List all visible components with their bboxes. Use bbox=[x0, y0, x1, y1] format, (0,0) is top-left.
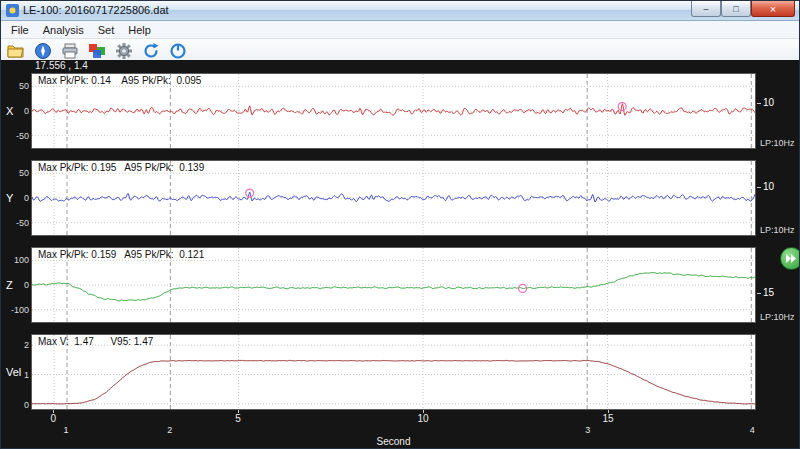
y-tick-label: 0 bbox=[5, 280, 29, 290]
plot-x[interactable]: Max Pk/Pk: 0.14 A95 Pk/Pk: 0.095 bbox=[31, 73, 756, 149]
open-file-icon[interactable] bbox=[6, 41, 26, 61]
right-labels-x: 10LP:10Hz bbox=[756, 73, 799, 149]
x-tick-label: 10 bbox=[418, 413, 429, 424]
app-icon bbox=[6, 4, 19, 17]
y-tick-label: 0 bbox=[5, 400, 29, 410]
chart-area: 17.556 , 1.4 X500-50Max Pk/Pk: 0.14 A95 … bbox=[1, 60, 799, 448]
y-tick-label: 50 bbox=[5, 168, 29, 178]
y-tick-label: -50 bbox=[5, 131, 29, 141]
titlebar[interactable]: LE-100: 20160717225806.dat – □ × bbox=[1, 1, 799, 21]
x-axis-label: Second bbox=[377, 436, 411, 447]
channels: X500-50Max Pk/Pk: 0.14 A95 Pk/Pk: 0.0951… bbox=[1, 73, 799, 410]
refresh-icon[interactable] bbox=[141, 41, 161, 61]
close-button[interactable]: × bbox=[751, 1, 795, 17]
app-window: LE-100: 20160717225806.dat – □ × FileAna… bbox=[0, 0, 800, 449]
compass-view-icon[interactable] bbox=[33, 41, 53, 61]
y-tick-label: 0 bbox=[5, 193, 29, 203]
right-labels-y: 10LP:10Hz bbox=[756, 160, 799, 236]
right-labels-vel bbox=[756, 334, 799, 410]
stats-x: Max Pk/Pk: 0.14 A95 Pk/Pk: 0.095 bbox=[38, 75, 201, 86]
y-axis-vel: Vel210 bbox=[1, 334, 31, 410]
filter-label: LP:10Hz bbox=[760, 138, 795, 148]
cursor-marker-label: 4 bbox=[750, 425, 755, 435]
filter-label: LP:10Hz bbox=[760, 312, 795, 322]
scale-value: 10 bbox=[763, 97, 774, 108]
scale-value: 10 bbox=[763, 181, 774, 192]
y-tick-label: 50 bbox=[5, 81, 29, 91]
time-axis: Second 0510151234 bbox=[31, 410, 756, 449]
channel-row-vel: Vel210Max V: 1.47 V95: 1.47 bbox=[1, 334, 799, 410]
color-display-icon[interactable] bbox=[87, 41, 107, 61]
cursor-marker-label: 1 bbox=[64, 425, 69, 435]
y-tick-label: -50 bbox=[5, 218, 29, 228]
channel-row-y: Y500-50Max Pk/Pk: 0.195 A95 Pk/Pk: 0.139… bbox=[1, 160, 799, 236]
y-tick-label: -100 bbox=[5, 305, 29, 315]
menu-set[interactable]: Set bbox=[91, 23, 122, 37]
minimize-button[interactable]: – bbox=[691, 1, 721, 17]
power-icon[interactable] bbox=[168, 41, 188, 61]
menubar: FileAnalysisSetHelp bbox=[1, 21, 799, 39]
settings-gear-icon[interactable] bbox=[114, 41, 134, 61]
maximize-button[interactable]: □ bbox=[721, 1, 751, 17]
y-tick-label: 1 bbox=[5, 370, 29, 380]
stats-vel: Max V: 1.47 V95: 1.47 bbox=[38, 336, 153, 347]
quick-access-button[interactable] bbox=[780, 247, 800, 270]
plot-y[interactable]: Max Pk/Pk: 0.195 A95 Pk/Pk: 0.139 bbox=[31, 160, 756, 236]
menu-help[interactable]: Help bbox=[121, 23, 158, 37]
x-tick-label: 5 bbox=[235, 413, 241, 424]
plot-vel[interactable]: Max V: 1.47 V95: 1.47 bbox=[31, 334, 756, 410]
stats-y: Max Pk/Pk: 0.195 A95 Pk/Pk: 0.139 bbox=[38, 162, 204, 173]
y-tick-label: 100 bbox=[5, 255, 29, 265]
cursor-readout: 17.556 , 1.4 bbox=[1, 60, 799, 73]
x-tick-label: 0 bbox=[50, 413, 56, 424]
channel-row-x: X500-50Max Pk/Pk: 0.14 A95 Pk/Pk: 0.0951… bbox=[1, 73, 799, 149]
stats-z: Max Pk/Pk: 0.159 A95 Pk/Pk: 0.121 bbox=[38, 249, 204, 260]
x-tick-label: 15 bbox=[602, 413, 613, 424]
window-title: LE-100: 20160717225806.dat bbox=[23, 1, 691, 20]
y-axis-x: X500-50 bbox=[1, 73, 31, 149]
double-arrow-icon bbox=[786, 254, 797, 263]
cursor-marker-label: 2 bbox=[167, 425, 172, 435]
menu-analysis[interactable]: Analysis bbox=[36, 23, 91, 37]
y-axis-y: Y500-50 bbox=[1, 160, 31, 236]
channel-row-z: Z1000-100Max Pk/Pk: 0.159 A95 Pk/Pk: 0.1… bbox=[1, 247, 799, 323]
menu-file[interactable]: File bbox=[4, 23, 36, 37]
cursor-marker-label: 3 bbox=[585, 425, 590, 435]
y-tick-label: 0 bbox=[5, 106, 29, 116]
window-controls: – □ × bbox=[691, 1, 795, 20]
scale-value: 15 bbox=[763, 287, 774, 298]
plot-z[interactable]: Max Pk/Pk: 0.159 A95 Pk/Pk: 0.121 bbox=[31, 247, 756, 323]
y-axis-z: Z1000-100 bbox=[1, 247, 31, 323]
filter-label: LP:10Hz bbox=[760, 225, 795, 235]
print-icon[interactable] bbox=[60, 41, 80, 61]
y-tick-label: 2 bbox=[5, 340, 29, 350]
